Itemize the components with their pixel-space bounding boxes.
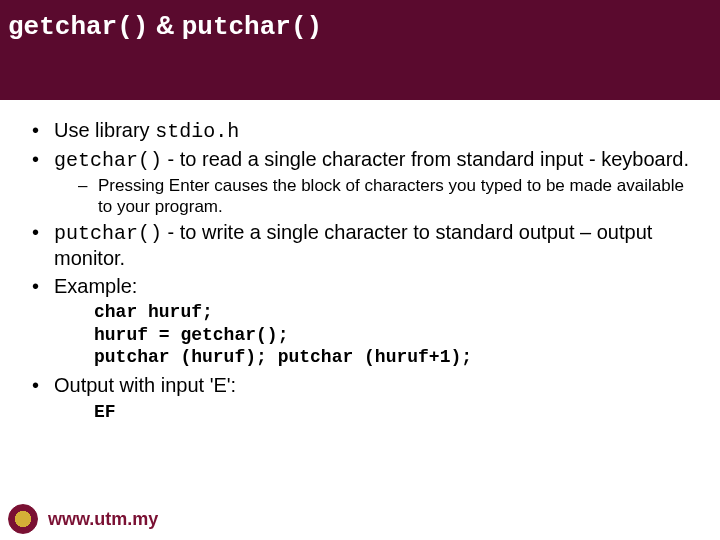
utm-logo-icon — [8, 504, 38, 534]
slide-content: Use library stdio.h getchar() - to read … — [0, 100, 720, 424]
output-value: EF — [94, 401, 694, 424]
inline-code: stdio.h — [155, 120, 239, 143]
title-code-2: putchar() — [182, 12, 322, 42]
bullet-item: getchar() - to read a single character f… — [26, 147, 694, 218]
text: Output with input 'E': — [54, 374, 236, 396]
inline-code: putchar() — [54, 222, 162, 245]
bullet-list-2: Output with input 'E': — [26, 373, 694, 399]
text: Pressing Enter causes the block of chara… — [98, 176, 684, 216]
inline-code: getchar() — [54, 149, 162, 172]
sub-list: Pressing Enter causes the block of chara… — [54, 175, 694, 218]
title-amp: & — [148, 10, 181, 40]
bullet-item: putchar() - to write a single character … — [26, 220, 694, 272]
footer-url: www.utm.my — [48, 509, 158, 530]
bullet-item: Use library stdio.h — [26, 118, 694, 145]
title-bar: getchar() & putchar() — [0, 0, 720, 100]
text: Example: — [54, 275, 137, 297]
code-example: char huruf; huruf = getchar(); putchar (… — [94, 301, 694, 369]
bullet-item: Output with input 'E': — [26, 373, 694, 399]
text: Use library — [54, 119, 155, 141]
slide-title: getchar() & putchar() — [8, 10, 712, 42]
bullet-list: Use library stdio.h getchar() - to read … — [26, 118, 694, 299]
sub-bullet-item: Pressing Enter causes the block of chara… — [54, 175, 694, 218]
text: - to read a single character from standa… — [162, 148, 689, 170]
footer: www.utm.my — [8, 504, 158, 534]
title-code-1: getchar() — [8, 12, 148, 42]
bullet-item: Example: — [26, 274, 694, 300]
